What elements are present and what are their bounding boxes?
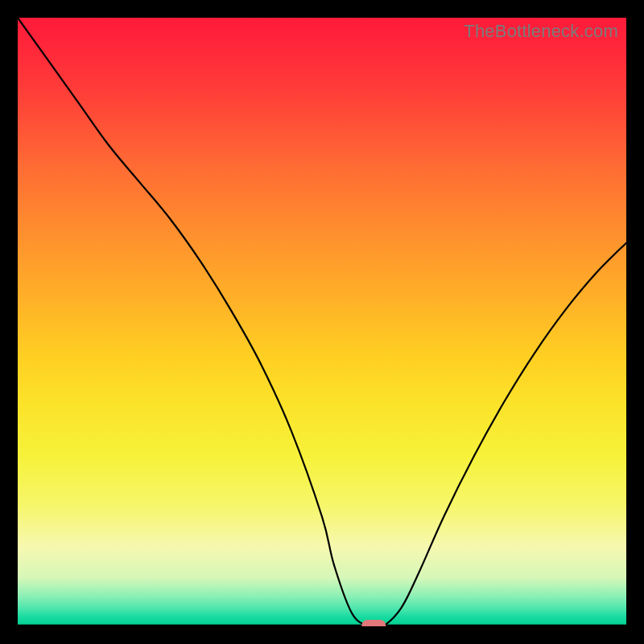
chart-svg (18, 18, 626, 626)
chart-frame: TheBottleneck.com (0, 0, 644, 644)
bottleneck-curve (18, 18, 626, 626)
sweet-spot-marker (361, 620, 386, 626)
chart-plot-area: TheBottleneck.com (18, 18, 626, 626)
